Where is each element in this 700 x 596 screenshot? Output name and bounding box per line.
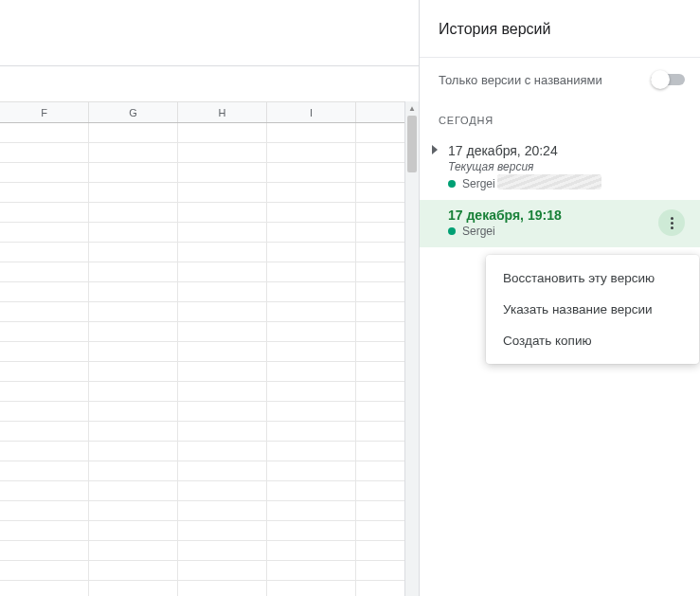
cell[interactable] — [89, 581, 178, 596]
cell[interactable] — [267, 422, 356, 441]
cell[interactable] — [0, 203, 89, 222]
cell[interactable] — [267, 183, 356, 202]
cell[interactable] — [178, 282, 267, 301]
cell[interactable] — [267, 481, 356, 500]
menu-restore-version[interactable]: Восстановить эту версию — [486, 262, 699, 294]
cell[interactable] — [178, 262, 267, 281]
cell[interactable] — [267, 282, 356, 301]
cell[interactable] — [0, 342, 89, 361]
scroll-up-icon[interactable]: ▲ — [405, 101, 419, 115]
cell[interactable] — [267, 203, 356, 222]
cell[interactable] — [0, 501, 89, 520]
col-head[interactable]: F — [0, 102, 89, 122]
cell[interactable] — [0, 561, 89, 580]
cell[interactable] — [0, 422, 89, 441]
cell[interactable] — [178, 581, 267, 596]
cell[interactable] — [89, 262, 178, 281]
table-row[interactable] — [0, 521, 419, 541]
table-row[interactable] — [0, 481, 419, 501]
table-row[interactable] — [0, 163, 419, 183]
table-row[interactable] — [0, 183, 419, 203]
cell[interactable] — [178, 302, 267, 321]
cell[interactable] — [267, 521, 356, 540]
cell[interactable] — [267, 223, 356, 242]
cell[interactable] — [178, 342, 267, 361]
cell[interactable] — [267, 302, 356, 321]
cell[interactable] — [89, 342, 178, 361]
cell[interactable] — [178, 123, 267, 142]
cell[interactable] — [89, 382, 178, 401]
table-row[interactable] — [0, 302, 419, 322]
cell[interactable] — [0, 143, 89, 162]
cell[interactable] — [178, 223, 267, 242]
cell[interactable] — [0, 402, 89, 421]
cell[interactable] — [267, 402, 356, 421]
cell[interactable] — [267, 541, 356, 560]
cell[interactable] — [0, 541, 89, 560]
cell[interactable] — [0, 123, 89, 142]
cell[interactable] — [178, 481, 267, 500]
cell[interactable] — [267, 561, 356, 580]
col-head[interactable]: H — [178, 102, 267, 122]
cell[interactable] — [267, 322, 356, 341]
table-row[interactable] — [0, 243, 419, 262]
cell[interactable] — [267, 143, 356, 162]
cell[interactable] — [89, 183, 178, 202]
table-row[interactable] — [0, 143, 419, 163]
cell[interactable] — [178, 422, 267, 441]
table-row[interactable] — [0, 282, 419, 302]
scroll-thumb[interactable] — [407, 116, 417, 172]
cell[interactable] — [267, 382, 356, 401]
cell[interactable] — [0, 302, 89, 321]
cell[interactable] — [89, 322, 178, 341]
cell[interactable] — [178, 382, 267, 401]
table-row[interactable] — [0, 402, 419, 422]
cell[interactable] — [0, 581, 89, 596]
cell[interactable] — [267, 362, 356, 381]
col-head[interactable]: I — [267, 102, 356, 122]
cell[interactable] — [178, 561, 267, 580]
cell[interactable] — [267, 581, 356, 596]
table-row[interactable] — [0, 382, 419, 402]
cell[interactable] — [178, 163, 267, 182]
menu-make-copy[interactable]: Создать копию — [486, 325, 699, 356]
cell[interactable] — [0, 442, 89, 461]
cell[interactable] — [0, 163, 89, 182]
cell[interactable] — [178, 183, 267, 202]
table-row[interactable] — [0, 541, 419, 561]
cell[interactable] — [0, 481, 89, 500]
table-row[interactable] — [0, 362, 419, 382]
cell[interactable] — [178, 442, 267, 461]
cell[interactable] — [267, 123, 356, 142]
cell[interactable] — [178, 521, 267, 540]
cell[interactable] — [267, 243, 356, 262]
cell[interactable] — [0, 183, 89, 202]
cell[interactable] — [267, 501, 356, 520]
cell[interactable] — [178, 501, 267, 520]
cell[interactable] — [178, 362, 267, 381]
cell[interactable] — [89, 223, 178, 242]
table-row[interactable] — [0, 342, 419, 362]
cell[interactable] — [0, 362, 89, 381]
named-only-toggle[interactable] — [651, 70, 685, 89]
cell[interactable] — [0, 243, 89, 262]
cell[interactable] — [89, 402, 178, 421]
cell[interactable] — [267, 262, 356, 281]
cell[interactable] — [89, 243, 178, 262]
table-row[interactable] — [0, 442, 419, 461]
menu-name-version[interactable]: Указать название версии — [486, 294, 699, 325]
table-row[interactable] — [0, 422, 419, 442]
cell[interactable] — [89, 143, 178, 162]
cell[interactable] — [0, 262, 89, 281]
cell[interactable] — [89, 501, 178, 520]
cell[interactable] — [89, 442, 178, 461]
cell[interactable] — [89, 282, 178, 301]
cell[interactable] — [0, 521, 89, 540]
cell[interactable] — [267, 163, 356, 182]
cell[interactable] — [89, 541, 178, 560]
cell[interactable] — [89, 461, 178, 480]
table-row[interactable] — [0, 461, 419, 481]
cell[interactable] — [89, 302, 178, 321]
cell[interactable] — [89, 203, 178, 222]
cell[interactable] — [89, 521, 178, 540]
